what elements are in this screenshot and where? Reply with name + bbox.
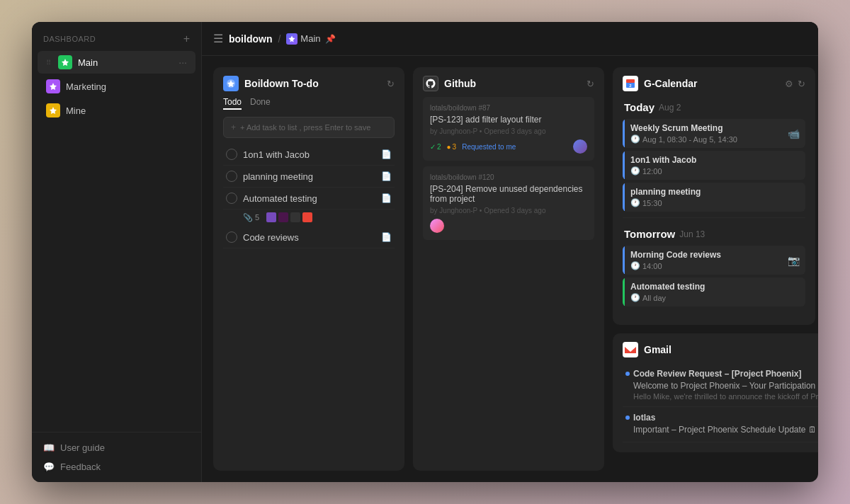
- sidebar-toggle-button[interactable]: ☰: [213, 32, 223, 45]
- todo-checkbox-2[interactable]: [226, 193, 237, 204]
- svg-marker-2: [50, 107, 57, 114]
- boildown-todo-actions: ↻: [387, 79, 395, 89]
- clock-icon-3: 🕐: [630, 261, 640, 270]
- gcal-event-3[interactable]: Morning Code reviews 🕐 14:00 📷: [623, 246, 805, 275]
- todo-file-icon-3: 📄: [381, 232, 392, 242]
- gmail-tag: [302, 212, 312, 222]
- gcalendar-card: 2 G-Calendar ⚙ ↻ Today: [613, 67, 815, 325]
- gmail-title: Gmail: [644, 344, 818, 355]
- todo-text-2: Automated testing: [243, 193, 375, 204]
- gcal-today-date: Aug 2: [659, 103, 681, 113]
- github-title: Github: [444, 78, 581, 89]
- sidebar-item-main[interactable]: ⠿ Main ···: [38, 51, 196, 74]
- todo-tab-done[interactable]: Done: [250, 97, 271, 110]
- clock-icon-1: 🕐: [630, 166, 640, 176]
- todo-checkbox-0[interactable]: [226, 149, 237, 160]
- todo-item-2: Automated testing 📄: [223, 188, 395, 210]
- gcal-event-2[interactable]: planning meeting 🕐 15:30: [623, 183, 805, 212]
- svg-marker-1: [50, 83, 57, 90]
- gmail-card: Gmail ⚙ ↻ Code Revie: [613, 333, 818, 452]
- slack-tag: [278, 212, 288, 222]
- github-pr-footer-0: ✓ 2 ● 3 Requested to me: [430, 139, 587, 154]
- gcal-tomorrow-label: Tomorrow: [624, 228, 675, 240]
- github-logo: [423, 76, 438, 91]
- gmail-email-preview-0: Hello Mike, we're thrilled to announce t…: [625, 392, 818, 401]
- todo-text-3: Code reviews: [243, 232, 375, 243]
- feedback-icon: 💬: [43, 462, 55, 472]
- gmail-body: Code Review Request – [Project Phoenix] …: [613, 363, 818, 452]
- page-icon: [286, 33, 298, 45]
- add-dashboard-button[interactable]: +: [183, 33, 190, 45]
- gcal-event-content-3: Morning Code reviews 🕐 14:00: [625, 246, 782, 275]
- gcal-event-0[interactable]: Weekly Scrum Meeting 🕐 Aug 1, 08:30 - Au…: [623, 119, 805, 148]
- github-pr-avatar-1: [430, 219, 444, 233]
- gcal-today-header: Today Aug 2: [623, 97, 805, 116]
- sidebar-item-label-marketing: Marketing: [66, 81, 187, 92]
- todo-add-input[interactable]: + + Add task to list , press Enter to sa…: [223, 117, 395, 138]
- github-pr-meta-1: lotals/boildown #120: [430, 173, 587, 181]
- sidebar-item-label-main: Main: [78, 57, 173, 68]
- devicon-tag: [266, 212, 276, 222]
- github-actions: ↻: [586, 79, 594, 89]
- gcal-event-4[interactable]: Automated testing 🕐 All day: [623, 277, 805, 307]
- clock-icon-0: 🕐: [630, 134, 640, 144]
- app-window: Dashboard + ⠿ Main ··· Marketing: [32, 22, 818, 482]
- gmail-email-header-0: Code Review Request – [Project Phoenix] …: [625, 369, 818, 379]
- feedback-label: Feedback: [60, 462, 101, 472]
- github-pr-sub-1: by Junghoon-P • Opened 3 days ago: [430, 207, 587, 214]
- gcal-event-camera-0: 📹: [782, 119, 805, 148]
- gmail-unread-dot-1: [625, 416, 630, 420]
- gcal-event-title-0: Weekly Scrum Meeting: [630, 123, 776, 133]
- gcal-event-content-4: Automated testing 🕐 All day: [625, 277, 805, 307]
- gcal-today-label: Today: [624, 101, 654, 113]
- gcalendar-refresh-button[interactable]: ↻: [798, 79, 805, 89]
- boildown-todo-header: Boildown To-do ↻: [213, 67, 404, 97]
- topbar: ☰ boildown / Main 📌: [202, 22, 818, 56]
- gcalendar-header: 2 G-Calendar ⚙ ↻: [613, 67, 815, 97]
- todo-text-1: planning meeting: [243, 171, 375, 182]
- gcal-event-time-3: 🕐 14:00: [630, 261, 776, 270]
- sidebar-item-feedback[interactable]: 💬 Feedback: [38, 457, 196, 476]
- boildown-todo-refresh-button[interactable]: ↻: [387, 79, 395, 89]
- todo-file-icon-0: 📄: [381, 149, 392, 159]
- github-card: Github ↻ lotals/boildown #87 [PS-123] ad…: [413, 67, 604, 471]
- sidebar-item-more-main[interactable]: ···: [178, 57, 187, 68]
- gcalendar-settings-button[interactable]: ⚙: [785, 79, 793, 89]
- github-pr-number-1: #120: [478, 173, 494, 181]
- gmail-email-0[interactable]: Code Review Request – [Project Phoenix] …: [623, 363, 818, 407]
- todo-checkbox-3[interactable]: [226, 231, 237, 243]
- sidebar-bottom: 📖 User guide 💬 Feedback: [32, 432, 201, 482]
- sidebar-item-mine[interactable]: Mine: [38, 99, 196, 122]
- gcal-event-1[interactable]: 1on1 with Jacob 🕐 12:00: [623, 151, 805, 180]
- todo-tab-todo[interactable]: Todo: [223, 97, 242, 110]
- github-pr-title-1: [PS-204] Remove unused dependencies from…: [430, 184, 587, 204]
- clock-icon-4: 🕐: [630, 293, 640, 302]
- gcal-event-time-4: 🕐 All day: [630, 293, 800, 302]
- boildown-todo-title: Boildown To-do: [244, 78, 381, 89]
- gcal-tomorrow-date: Jun 13: [679, 229, 705, 239]
- github-pr-sub-0: by Junghoon-P • Opened 3 days ago: [430, 127, 587, 135]
- gcalendar-logo: 2: [623, 76, 638, 91]
- page-name-label: Main: [300, 33, 320, 44]
- boildown-logo: [223, 76, 239, 91]
- github-pr-repo-0: lotals/boildown: [430, 104, 477, 112]
- github-pr-footer-1: [430, 219, 587, 233]
- gmail-email-1[interactable]: Iotlas 11:08 AM ☆ ↓ Important – Project …: [623, 407, 818, 442]
- github-pr-meta-0: lotals/boildown #87: [430, 104, 587, 112]
- svg-marker-0: [62, 59, 69, 66]
- github-tag: [290, 212, 300, 222]
- todo-tags-2: 📎 5: [223, 210, 395, 227]
- main-content: ☰ boildown / Main 📌: [202, 22, 818, 482]
- github-refresh-button[interactable]: ↻: [586, 79, 594, 89]
- sidebar-item-user-guide[interactable]: 📖 User guide: [38, 438, 196, 457]
- cards-area: Boildown To-do ↻ Todo Done + + Add task …: [202, 56, 818, 482]
- github-checks-0: ✓ 2: [430, 143, 441, 151]
- todo-text-0: 1on1 with Jacob: [243, 149, 375, 160]
- todo-tabs: Todo Done: [213, 97, 404, 117]
- sidebar-item-marketing[interactable]: Marketing: [38, 75, 196, 98]
- todo-checkbox-1[interactable]: [226, 171, 237, 182]
- bottom-row: Gmail ⚙ ↻ Code Revie: [613, 333, 818, 452]
- github-pr-1[interactable]: lotals/boildown #120 [PS-204] Remove unu…: [423, 166, 594, 240]
- sidebar-header: Dashboard +: [32, 22, 201, 50]
- github-pr-0[interactable]: lotals/boildown #87 [PS-123] add filter …: [423, 97, 594, 161]
